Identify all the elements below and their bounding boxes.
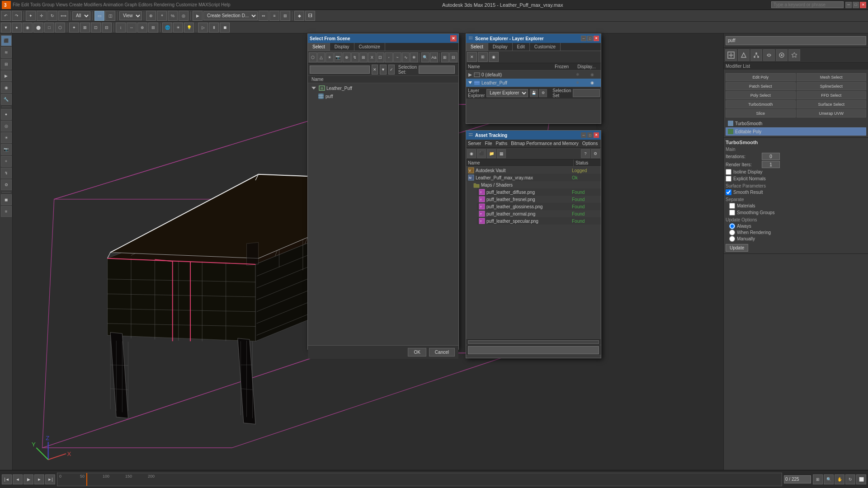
se-tab-select[interactable]: Select bbox=[466, 43, 488, 51]
rb-13[interactable]: ⊕ bbox=[137, 23, 147, 33]
at-item-glossiness[interactable]: T puff_leather_glossiness.png Found bbox=[477, 203, 601, 210]
at-tb-3[interactable]: 📁 bbox=[487, 149, 496, 158]
dt-search-close[interactable]: ✕ bbox=[372, 65, 378, 75]
dt-warps[interactable]: ↯ bbox=[351, 52, 359, 62]
sb-helpers[interactable]: + bbox=[1, 156, 12, 167]
play-btn[interactable]: ▶ bbox=[24, 474, 33, 484]
se-tab-customize[interactable]: Customize bbox=[530, 43, 561, 51]
dt-search-opts[interactable]: ▼ bbox=[380, 65, 386, 75]
dt-lights[interactable]: ☀ bbox=[326, 52, 334, 62]
ts-update-btn[interactable]: Update bbox=[726, 244, 748, 252]
create-selection-dropdown[interactable]: Create Selection D... bbox=[203, 11, 258, 20]
at-max-btn[interactable]: □ bbox=[587, 132, 593, 138]
sb-extra1[interactable]: ◼ bbox=[1, 194, 12, 205]
utilities-tab[interactable]: 🔧 bbox=[1, 94, 12, 105]
se-layer-default[interactable]: 0 (default) ❄ ◉ bbox=[466, 70, 601, 79]
dt-helpers[interactable]: ⊕ bbox=[343, 52, 351, 62]
scene-item-puff[interactable]: puff bbox=[316, 92, 458, 100]
at-tb-4[interactable]: ▦ bbox=[497, 149, 506, 158]
rb-20[interactable]: ⏹ bbox=[220, 23, 230, 33]
se-footer-dropdown[interactable]: Layer Explorer bbox=[486, 89, 528, 97]
turbosmoooth-btn[interactable]: TurboSmooth bbox=[726, 100, 796, 108]
mirror-button[interactable]: ⇔ bbox=[259, 11, 269, 21]
rb-9[interactable]: ⊡ bbox=[91, 23, 101, 33]
at-settings-btn[interactable]: ⚙ bbox=[591, 149, 600, 158]
undo-button[interactable]: ↶ bbox=[1, 11, 11, 21]
timeline[interactable]: 0 50 100 150 200 bbox=[57, 473, 782, 486]
poly-select-btn[interactable]: Poly Select bbox=[726, 91, 796, 99]
dt-nurbs[interactable]: ∿ bbox=[402, 52, 410, 62]
at-menu-bitmap[interactable]: Bitmap Performance and Memory bbox=[511, 141, 579, 146]
sb-cameras[interactable]: 📷 bbox=[1, 144, 12, 155]
at-tb-1[interactable]: ◉ bbox=[467, 149, 476, 158]
ts-smooth-check[interactable] bbox=[726, 189, 731, 195]
dt-expand[interactable]: ⊞ bbox=[441, 52, 449, 62]
modify-tab[interactable]: ≋ bbox=[1, 47, 12, 58]
sb-extra2[interactable]: ≡ bbox=[1, 206, 12, 217]
spline-select-btn[interactable]: SplineSelect bbox=[797, 82, 867, 90]
rb-2[interactable]: ● bbox=[12, 23, 22, 33]
rb-6[interactable]: ⬡ bbox=[55, 23, 65, 33]
material-editor-button[interactable]: ◆ bbox=[294, 11, 304, 21]
rb-16[interactable]: ☀ bbox=[173, 23, 183, 33]
se-restore-btn[interactable]: □ bbox=[587, 36, 593, 41]
dt-groups[interactable]: ⊞ bbox=[359, 52, 368, 62]
sb-spacewarps[interactable]: ↯ bbox=[1, 168, 12, 178]
ts-when-rendering-radio[interactable] bbox=[729, 230, 735, 235]
cancel-button[interactable]: Cancel bbox=[429, 348, 455, 357]
display-tab[interactable]: ◉ bbox=[1, 82, 12, 93]
at-menu-server[interactable]: Server bbox=[468, 141, 481, 146]
dt-all-geo[interactable]: ⬡ bbox=[309, 52, 317, 62]
zoom-btn[interactable]: 🔍 bbox=[824, 474, 834, 484]
se-close-btn[interactable]: ✕ bbox=[594, 36, 599, 41]
at-item-fresnel[interactable]: T puff_leather_fresnel.png Found bbox=[477, 196, 601, 203]
rb-14[interactable]: ⊞ bbox=[148, 23, 158, 33]
at-menu-options[interactable]: Options bbox=[582, 141, 598, 146]
spinner-snap-button[interactable]: ◎ bbox=[179, 11, 189, 21]
rotate-button[interactable]: ↻ bbox=[47, 11, 57, 21]
go-end-btn[interactable]: ►| bbox=[45, 474, 55, 484]
at-min-btn[interactable]: ─ bbox=[581, 132, 586, 138]
se-tb-1[interactable]: ✕ bbox=[467, 52, 477, 62]
rb-1[interactable]: ▼ bbox=[1, 23, 11, 33]
select-button[interactable]: ✦ bbox=[26, 11, 36, 21]
dt-find[interactable]: 🔍 bbox=[421, 52, 429, 62]
dt-pt[interactable]: ◦ bbox=[385, 52, 393, 62]
next-frame-btn[interactable]: ► bbox=[34, 474, 44, 484]
unwrap-uvw-btn[interactable]: Unwrap UVW bbox=[797, 109, 867, 117]
scene-search[interactable] bbox=[310, 66, 370, 74]
se-minimize-btn[interactable]: ─ bbox=[581, 36, 586, 41]
se-save-btn[interactable]: 💾 bbox=[530, 89, 538, 97]
tab-customize[interactable]: Customize bbox=[354, 43, 385, 51]
at-menu-paths[interactable]: Paths bbox=[496, 141, 508, 146]
sb-geom[interactable]: ● bbox=[1, 109, 12, 120]
stack-item-editable-poly[interactable]: Editable Poly bbox=[726, 127, 866, 136]
align-button[interactable]: ≡ bbox=[269, 11, 279, 21]
prev-frame-btn[interactable]: ◄ bbox=[13, 474, 23, 484]
at-titlebar[interactable]: Asset Tracking ─ □ ✕ bbox=[466, 131, 601, 140]
dt-search-check[interactable]: ✓ bbox=[388, 65, 395, 75]
surface-select-btn[interactable]: Surface Select bbox=[797, 100, 867, 108]
se-tb-3[interactable]: ◉ bbox=[489, 52, 499, 62]
percent-snap-button[interactable]: % bbox=[168, 11, 178, 21]
rb-7[interactable]: ✦ bbox=[69, 23, 79, 33]
maximize-button[interactable]: □ bbox=[853, 2, 859, 8]
rb-18[interactable]: ▷ bbox=[198, 23, 208, 33]
rb-5[interactable]: □ bbox=[44, 23, 54, 33]
orbit-btn[interactable]: ↻ bbox=[845, 474, 855, 484]
at-item-vault[interactable]: V Autodesk Vault Logged bbox=[466, 167, 601, 174]
edit-poly-btn[interactable]: Edit Poly bbox=[726, 73, 796, 81]
filter-dropdown[interactable]: All bbox=[72, 11, 90, 20]
layer-manager-button[interactable]: ⊞ bbox=[280, 11, 290, 21]
select-scene-titlebar[interactable]: Select From Scene ✕ bbox=[308, 34, 458, 43]
ok-button[interactable]: OK bbox=[408, 348, 426, 357]
tab-select[interactable]: Select bbox=[308, 43, 330, 51]
create-tab[interactable]: ⬛ bbox=[1, 35, 12, 46]
sb-shapes[interactable]: ◎ bbox=[1, 121, 12, 131]
move-button[interactable]: ✛ bbox=[37, 11, 47, 21]
dt-spl[interactable]: ~ bbox=[393, 52, 401, 62]
angle-snap-button[interactable]: ⌖ bbox=[157, 11, 167, 21]
se-tb-2[interactable]: ⊞ bbox=[478, 52, 488, 62]
at-item-diffuse[interactable]: T puff_leather_diffuse.png Found bbox=[477, 188, 601, 196]
motion-tab[interactable]: ▶ bbox=[1, 70, 12, 81]
